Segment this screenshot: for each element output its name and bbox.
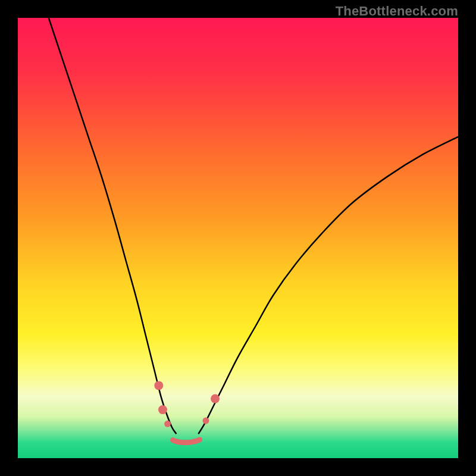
chart-frame: TheBottleneck.com [0,0,476,476]
series-left-curve [49,18,177,434]
plot-area [18,18,458,458]
marker-right-marker-1 [202,418,209,424]
marker-left-marker-3 [164,421,171,427]
chart-svg [18,18,458,458]
marker-right-marker-2 [211,394,220,403]
marker-left-marker-2 [158,405,167,414]
series-right-curve [198,137,458,434]
watermark-text: TheBottleneck.com [336,4,458,19]
series-valley-floor [173,440,199,443]
marker-left-marker-1 [154,381,163,390]
